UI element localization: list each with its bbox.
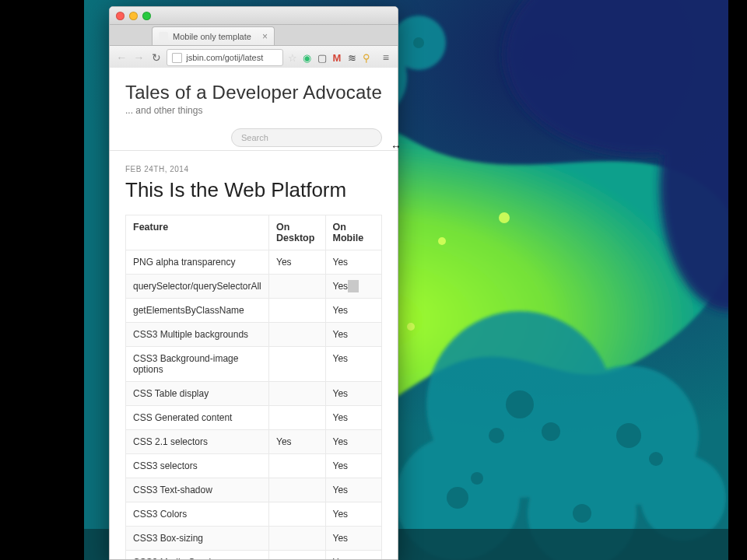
- svg-point-18: [413, 37, 424, 48]
- svg-point-24: [438, 237, 446, 245]
- reload-button[interactable]: ↻: [149, 50, 163, 65]
- extension-icon[interactable]: ◉: [301, 51, 313, 65]
- address-bar[interactable]: jsbin.com/gotij/latest: [167, 49, 283, 66]
- close-window-button[interactable]: [116, 12, 124, 20]
- cell-desktop: [269, 527, 325, 551]
- cell-mobile: Yes: [325, 551, 382, 560]
- svg-point-15: [471, 472, 483, 485]
- cell-desktop: [269, 347, 325, 382]
- cell-feature: PNG alpha transparency: [126, 250, 269, 275]
- browser-tab[interactable]: Mobile only template ×: [152, 26, 275, 45]
- cell-mobile: Yes: [325, 382, 382, 406]
- chrome-menu-icon[interactable]: ≡: [379, 50, 393, 65]
- site-title: Tales of a Developer Advocate: [125, 82, 382, 103]
- buffer-icon[interactable]: ≋: [345, 51, 357, 65]
- tab-strip: Mobile only template ×: [110, 25, 398, 46]
- cell-feature: CSS3 Text-shadow: [126, 478, 269, 502]
- cell-feature: getElementsByClassName: [126, 299, 269, 323]
- cell-desktop: [269, 299, 325, 323]
- extension-icon-2[interactable]: ⚲: [361, 51, 373, 65]
- divider: [110, 150, 398, 151]
- cell-mobile: Yes: [325, 323, 382, 347]
- cell-feature: CSS Generated content: [126, 406, 269, 430]
- cell-feature: CSS 2.1 selectors: [126, 430, 269, 454]
- svg-point-11: [489, 428, 504, 443]
- minimize-window-button[interactable]: [129, 12, 138, 20]
- cell-desktop: [269, 478, 325, 502]
- forward-button[interactable]: →: [132, 50, 146, 65]
- table-row: CSS3 Box-sizingYes: [126, 527, 382, 551]
- cell-desktop: [269, 275, 325, 299]
- cell-mobile: Yes: [325, 406, 382, 430]
- table-row: PNG alpha transparencyYesYes: [126, 250, 382, 275]
- url-text: jsbin.com/gotij/latest: [186, 53, 263, 62]
- page-icon: [172, 53, 182, 63]
- feature-table: Feature On Desktop On Mobile PNG alpha t…: [125, 215, 382, 559]
- cell-feature: CSS3 Multiple backgrounds: [126, 323, 269, 347]
- cell-mobile: Yes: [325, 478, 382, 502]
- svg-point-25: [499, 212, 510, 223]
- tab-favicon-icon: [159, 32, 168, 41]
- cell-mobile: Yes: [325, 454, 382, 478]
- cell-mobile: Yes: [325, 250, 382, 275]
- col-feature: Feature: [126, 215, 269, 250]
- tab-title: Mobile only template: [173, 32, 251, 41]
- table-row: CSS3 ColorsYes: [126, 502, 382, 527]
- browser-toolbar: ← → ↻ jsbin.com/gotij/latest ☆ ◉ ▢ M ≋ ⚲…: [110, 46, 398, 70]
- zoom-window-button[interactable]: [142, 12, 151, 20]
- cell-mobile: Yes: [325, 347, 382, 382]
- svg-point-13: [649, 452, 663, 466]
- cell-mobile: Yes: [325, 275, 382, 299]
- svg-point-16: [573, 504, 591, 523]
- svg-point-12: [616, 423, 641, 448]
- table-row: CSS3 Text-shadowYes: [126, 478, 382, 502]
- cell-desktop: [269, 454, 325, 478]
- cell-feature: CSS3 Box-sizing: [126, 527, 269, 551]
- cell-feature: CSS3 Media Queries: [126, 551, 269, 560]
- cell-feature: CSS3 Background-image options: [126, 347, 269, 382]
- col-mobile: On Mobile: [325, 215, 382, 250]
- cell-mobile: Yes: [325, 527, 382, 551]
- back-button[interactable]: ←: [114, 50, 128, 65]
- table-row: getElementsByClassNameYes: [126, 299, 382, 323]
- window-titlebar[interactable]: [110, 7, 398, 25]
- table-row: CSS Generated contentYes: [126, 406, 382, 430]
- cell-feature: CSS3 selectors: [126, 454, 269, 478]
- site-tagline: ... and other things: [125, 105, 382, 116]
- cell-feature: CSS3 Colors: [126, 502, 269, 527]
- cell-desktop: [269, 502, 325, 527]
- cast-icon[interactable]: ▢: [316, 51, 328, 65]
- cell-desktop: [269, 406, 325, 430]
- cell-feature: CSS Table display: [126, 382, 269, 406]
- svg-point-14: [447, 487, 468, 509]
- browser-window: Mobile only template × ← → ↻ jsbin.com/g…: [109, 6, 398, 560]
- bookmark-star-icon[interactable]: ☆: [286, 51, 298, 65]
- cell-mobile: Yes: [325, 502, 382, 527]
- cell-desktop: Yes: [269, 430, 325, 454]
- table-row: CSS 2.1 selectorsYesYes: [126, 430, 382, 454]
- cell-desktop: [269, 323, 325, 347]
- cell-mobile: Yes: [325, 430, 382, 454]
- cell-desktop: Yes: [269, 250, 325, 275]
- close-tab-icon[interactable]: ×: [262, 31, 268, 42]
- svg-point-5: [640, 455, 726, 541]
- page-viewport[interactable]: Tales of a Developer Advocate ... and ot…: [110, 68, 398, 559]
- gmail-icon[interactable]: M: [331, 51, 342, 65]
- table-row: CSS3 selectorsYes: [126, 454, 382, 478]
- table-row: CSS Table displayYes: [126, 382, 382, 406]
- table-row: CSS3 Multiple backgroundsYes: [126, 323, 382, 347]
- cell-feature: querySelector/querySelectorAll: [126, 275, 269, 299]
- post-date: FEB 24TH, 2014: [125, 165, 382, 173]
- search-input[interactable]: Search: [231, 128, 382, 147]
- col-desktop: On Desktop: [269, 215, 325, 250]
- cell-desktop: [269, 382, 325, 406]
- table-row: CSS3 Media QueriesYes: [126, 551, 382, 560]
- cell-mobile: Yes: [325, 299, 382, 323]
- svg-point-10: [542, 422, 560, 441]
- cell-desktop: [269, 551, 325, 560]
- svg-point-9: [506, 390, 534, 418]
- table-row: querySelector/querySelectorAllYes: [126, 275, 382, 299]
- svg-point-28: [407, 323, 415, 331]
- post-title: This Is the Web Platform: [125, 178, 382, 202]
- table-row: CSS3 Background-image optionsYes: [126, 347, 382, 382]
